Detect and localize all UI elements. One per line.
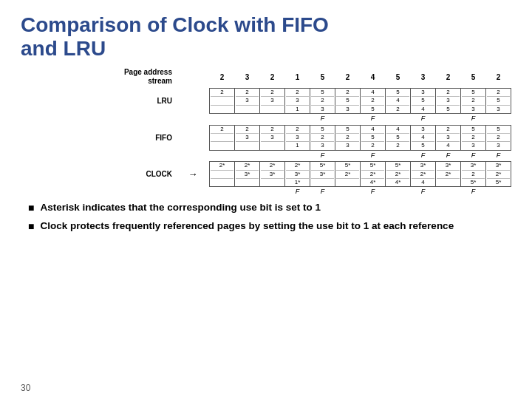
bullet-text-1: Asterisk indicates that the correspondin… — [40, 201, 321, 215]
stream-row: Page addressstream 2 3 2 1 5 2 4 5 3 2 5… — [24, 68, 511, 86]
diagram-table: Page addressstream 2 3 2 1 5 2 4 5 3 2 5… — [24, 68, 511, 195]
page-number: 30 — [21, 383, 30, 393]
bullets-section: ■ Asterisk indicates that the correspond… — [21, 201, 511, 238]
bullet-dot-1: ■ — [28, 201, 34, 214]
clock-label: CLOCK — [24, 162, 177, 187]
fifo-frames-row: FIFO 2 23 23 231 523 523 452 452 345 234… — [24, 125, 511, 150]
lru-fault-row: F F F F — [24, 114, 511, 123]
fifo-fault-row: F F F F F F — [24, 150, 511, 159]
bullet-item-1: ■ Asterisk indicates that the correspond… — [28, 201, 511, 215]
stream-label: Page addressstream — [24, 68, 177, 86]
slide-title: Comparison of Clock with FIFO and LRU — [21, 13, 511, 61]
bullet-dot-2: ■ — [28, 219, 34, 233]
fifo-label: FIFO — [24, 125, 177, 150]
clock-frames-row: CLOCK → 2* 2*3* 2*3* 2*3*1* 5*3* 5*2* 5*… — [24, 162, 511, 187]
clock-arrow: → — [177, 162, 210, 187]
page: Comparison of Clock with FIFO and LRU Pa… — [0, 0, 532, 399]
diagram-area: Page addressstream 2 3 2 1 5 2 4 5 3 2 5… — [21, 68, 511, 195]
clock-fault-row: F F F F F — [24, 187, 511, 196]
bullet-item-2: ■ Clock protects frequently referenced p… — [28, 219, 511, 233]
lru-label: LRU — [24, 88, 177, 113]
bullet-text-2: Clock protects frequently referenced pag… — [40, 219, 454, 233]
lru-frames-row: LRU 2 23 23 231 523 253 425 542 354 235 … — [24, 88, 511, 113]
